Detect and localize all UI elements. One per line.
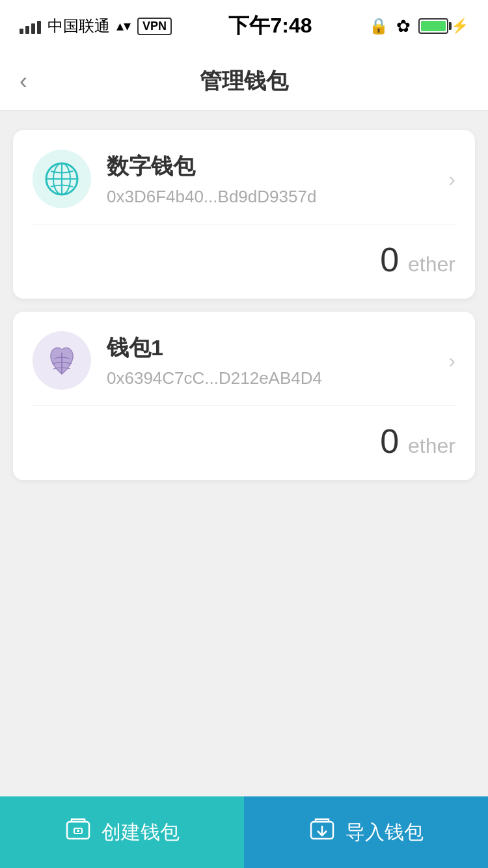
wallet-address-2: 0x6394C7cC...D212eAB4D4 — [107, 368, 448, 388]
chevron-right-icon-1: › — [448, 167, 455, 191]
balance-amount-1: 0 — [380, 240, 399, 279]
wallet-name-1: 数字钱包 — [107, 152, 448, 182]
status-time: 下午7:48 — [228, 12, 312, 40]
globe-icon — [44, 161, 79, 197]
wifi-icon: ▴▾ — [116, 18, 131, 34]
wallet-card-1[interactable]: 数字钱包 0x3D6F4b40...Bd9dD9357d › 0 ether — [13, 130, 475, 299]
signal-icon — [20, 18, 41, 34]
wallet-balance-1: 0 ether — [13, 224, 475, 299]
balance-amount-2: 0 — [380, 422, 399, 461]
balance-unit-1: ether — [408, 252, 455, 277]
create-wallet-icon — [65, 817, 91, 848]
vpn-badge: VPN — [137, 18, 172, 35]
status-bar: 中国联通 ▴▾ VPN 下午7:48 🔒 ✿ ⚡ — [0, 0, 488, 52]
page-title: 管理钱包 — [200, 66, 288, 96]
wallet-avatar-1 — [33, 150, 91, 208]
import-wallet-button[interactable]: 导入钱包 — [244, 796, 488, 868]
lock-icon: 🔒 — [369, 17, 388, 35]
wallet-card-2[interactable]: 钱包1 0x6394C7cC...D212eAB4D4 › 0 ether — [13, 312, 475, 480]
wallet-info-1: 数字钱包 0x3D6F4b40...Bd9dD9357d — [107, 152, 448, 207]
status-right: 🔒 ✿ ⚡ — [369, 16, 468, 36]
wallet-address-1: 0x3D6F4b40...Bd9dD9357d — [107, 187, 448, 207]
back-button[interactable]: ‹ — [20, 68, 27, 95]
balance-unit-2: ether — [408, 434, 455, 458]
bottom-bar: 创建钱包 导入钱包 — [0, 796, 488, 868]
wallet-header-1: 数字钱包 0x3D6F4b40...Bd9dD9357d › — [13, 130, 475, 224]
svg-point-6 — [77, 830, 79, 832]
chevron-right-icon-2: › — [448, 349, 455, 373]
bluetooth-icon: ✿ — [396, 16, 411, 36]
create-wallet-button[interactable]: 创建钱包 — [0, 796, 244, 868]
wallet-list: 数字钱包 0x3D6F4b40...Bd9dD9357d › 0 ether — [0, 111, 488, 796]
wallet-avatar-2 — [33, 331, 91, 390]
import-wallet-icon — [309, 817, 335, 848]
feather-icon — [44, 343, 79, 378]
wallet-balance-2: 0 ether — [13, 406, 475, 480]
nav-bar: ‹ 管理钱包 — [0, 52, 488, 111]
import-wallet-label: 导入钱包 — [346, 819, 424, 846]
wallet-name-2: 钱包1 — [107, 333, 448, 363]
wallet-info-2: 钱包1 0x6394C7cC...D212eAB4D4 — [107, 333, 448, 388]
status-left: 中国联通 ▴▾ VPN — [20, 16, 172, 36]
battery: ⚡ — [418, 18, 468, 34]
charging-icon: ⚡ — [451, 18, 468, 34]
wallet-header-2: 钱包1 0x6394C7cC...D212eAB4D4 › — [13, 312, 475, 405]
carrier-label: 中国联通 — [47, 16, 110, 36]
create-wallet-label: 创建钱包 — [102, 819, 180, 846]
